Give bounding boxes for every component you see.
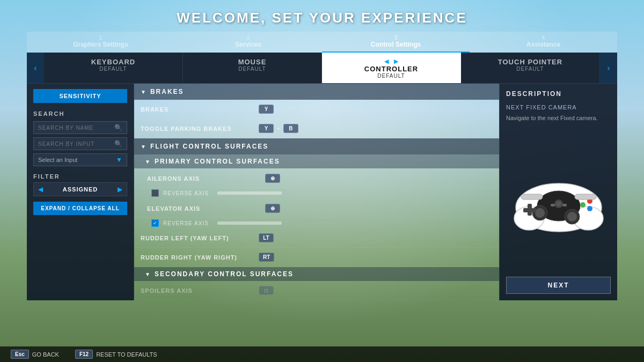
select-input-dropdown[interactable]: Select an Input ▼ <box>33 153 127 166</box>
control-name: SPOILERS AXIS <box>141 287 259 294</box>
primary-chevron-icon: ▼ <box>145 159 150 165</box>
steps-bar: 1 Graphics Settings 2 Services 3 Control… <box>27 32 617 53</box>
search-input-icon[interactable]: 🔍 <box>114 140 122 147</box>
section-flight-header[interactable]: ▼ FLIGHT CONTROL SURFACES <box>134 138 499 154</box>
control-name: AILERONS AXIS <box>147 175 265 182</box>
control-binding: □ <box>259 286 493 295</box>
control-binding: Y + B <box>259 124 493 133</box>
brakes-chevron-icon: ▼ <box>141 89 146 95</box>
reset-defaults-label: RESET TO DEFAULTS <box>96 351 157 358</box>
search-by-name-input[interactable] <box>38 125 114 131</box>
control-name: ELEVATOR AXIS <box>147 205 265 212</box>
controls-list: ▼ BRAKES BRAKES Y TOGGLE PARKING BRAKES … <box>134 84 499 300</box>
sensitivity-button[interactable]: SENSITIVITY <box>33 89 127 103</box>
reverse-axis-row: REVERSE AXIS <box>134 188 499 198</box>
description-item-title: NEXT FIXED CAMERA <box>506 104 611 110</box>
binding-badge[interactable]: ⊕ <box>265 204 280 213</box>
go-back-label: GO BACK <box>32 351 59 358</box>
secondary-chevron-icon: ▼ <box>145 271 150 277</box>
go-back-shortcut: Esc GO BACK <box>11 350 59 359</box>
main-panel: SENSITIVITY SEARCH 🔍 🔍 Select an Input ▼… <box>27 84 617 300</box>
binding-badge[interactable]: ⊕ <box>265 174 280 183</box>
tab-mouse[interactable]: MOUSE DEFAULT <box>183 53 322 83</box>
search-by-input-input[interactable] <box>38 141 114 147</box>
tab-next-button[interactable]: › <box>600 53 617 83</box>
subsection-primary-header[interactable]: ▼ PRIMARY CONTROL SURFACES <box>134 154 499 168</box>
section-brakes-header[interactable]: ▼ BRAKES <box>134 84 499 100</box>
elevator-slider[interactable] <box>217 221 282 225</box>
svg-point-12 <box>587 206 592 211</box>
binding-badge[interactable]: Y <box>259 124 274 133</box>
search-by-name-wrap: 🔍 <box>33 121 127 134</box>
control-binding: RT <box>259 253 493 262</box>
subsection-secondary-header[interactable]: ▼ SECONDARY CONTROL SURFACES <box>134 267 499 281</box>
page-title: WELCOME, SET YOUR EXPERIENCE <box>177 0 467 32</box>
tab-controller[interactable]: ◀ ▶ CONTROLLER DEFAULT <box>322 53 461 83</box>
control-binding: LT <box>259 233 493 242</box>
svg-rect-19 <box>562 204 567 206</box>
filter-prev-button[interactable]: ◀ <box>34 183 47 196</box>
svg-point-7 <box>567 212 577 221</box>
reverse-axis-checkbox-ailerons[interactable] <box>151 189 159 197</box>
search-by-input-wrap: 🔍 <box>33 137 127 150</box>
table-row: TOGGLE PARKING BRAKES Y + B <box>134 119 499 138</box>
table-row: RUDDER RIGHT (YAW RIGHT) RT <box>134 248 499 267</box>
input-tabs: ‹ KEYBOARD DEFAULT MOUSE DEFAULT ◀ ▶ CON… <box>27 53 617 84</box>
table-row: ELEVATOR AXIS ⊕ <box>134 198 499 218</box>
table-row: SPOILERS AXIS □ <box>134 281 499 300</box>
svg-rect-16 <box>521 194 543 200</box>
f12-key-badge: F12 <box>75 350 93 359</box>
table-row: RUDDER LEFT (YAW LEFT) LT <box>134 228 499 248</box>
step-1[interactable]: 1 Graphics Settings <box>27 32 174 53</box>
binding-plus: + <box>277 125 280 131</box>
tab-prev-button[interactable]: ‹ <box>27 53 44 83</box>
binding-badge2[interactable]: B <box>283 124 298 133</box>
right-panel: DESCRIPTION NEXT FIXED CAMERA Navigate t… <box>499 84 617 300</box>
control-name: RUDDER RIGHT (YAW RIGHT) <box>141 254 259 261</box>
reset-defaults-shortcut: F12 RESET TO DEFAULTS <box>75 350 157 359</box>
control-name: BRAKES <box>141 106 259 113</box>
filter-value: ASSIGNED <box>47 186 113 193</box>
search-label: SEARCH <box>27 106 134 120</box>
svg-point-15 <box>556 201 561 206</box>
reverse-axis-label: REVERSE AXIS <box>163 190 209 196</box>
control-binding: Y <box>259 105 493 114</box>
flight-chevron-icon: ▼ <box>141 144 146 150</box>
step-3[interactable]: 3 Control Settings <box>322 32 470 53</box>
controller-image <box>506 134 611 272</box>
filter-next-button[interactable]: ▶ <box>113 183 127 196</box>
step-4[interactable]: 4 Assistance <box>470 32 617 53</box>
svg-point-10 <box>580 202 586 208</box>
svg-rect-17 <box>575 194 596 200</box>
control-name: TOGGLE PARKING BRAKES <box>141 125 259 132</box>
svg-rect-9 <box>523 208 536 212</box>
tab-touch-pointer[interactable]: TOUCH POINTER DEFAULT <box>461 53 600 83</box>
binding-badge[interactable]: □ <box>259 286 274 295</box>
control-name: RUDDER LEFT (YAW LEFT) <box>141 235 259 241</box>
sidebar: SENSITIVITY SEARCH 🔍 🔍 Select an Input ▼… <box>27 84 134 300</box>
ailerons-slider[interactable] <box>217 191 282 195</box>
binding-badge[interactable]: RT <box>259 253 274 262</box>
tab-keyboard[interactable]: KEYBOARD DEFAULT <box>44 53 183 83</box>
reverse-axis-row-elevator: ✓ REVERSE AXIS <box>134 218 499 228</box>
binding-badge[interactable]: Y <box>259 105 274 114</box>
filter-label: FILTER <box>27 168 134 182</box>
table-row: BRAKES Y <box>134 100 499 119</box>
reverse-axis-checkbox-elevator[interactable]: ✓ <box>151 219 159 227</box>
search-name-icon[interactable]: 🔍 <box>114 124 122 131</box>
binding-badge[interactable]: LT <box>259 233 274 242</box>
esc-key-badge: Esc <box>11 350 29 359</box>
table-row: AILERONS AXIS ⊕ <box>134 168 499 188</box>
bottom-bar: Esc GO BACK F12 RESET TO DEFAULTS <box>0 346 644 362</box>
select-chevron-icon: ▼ <box>116 156 122 164</box>
control-binding: ⊕ <box>265 174 493 183</box>
description-item-text: Navigate to the next Fixed camera. <box>506 114 611 123</box>
next-button[interactable]: NEXT <box>506 277 611 294</box>
control-binding: ⊕ <box>265 204 493 213</box>
reverse-axis-label: REVERSE AXIS <box>163 220 209 226</box>
step-2[interactable]: 2 Services <box>174 32 322 53</box>
primary-section-title: PRIMARY CONTROL SURFACES <box>155 158 280 165</box>
expand-collapse-button[interactable]: EXPAND / COLLAPSE ALL <box>33 202 127 215</box>
brakes-section-title: BRAKES <box>150 88 184 95</box>
svg-point-5 <box>535 208 545 218</box>
